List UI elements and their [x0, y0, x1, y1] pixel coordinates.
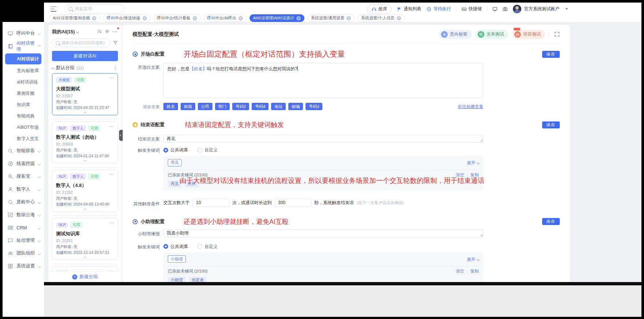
- expand-link[interactable]: 展开: [467, 257, 479, 262]
- sidebar-item[interactable]: CRM: [3, 221, 44, 234]
- resize-handle-icon[interactable]: [480, 234, 482, 236]
- screenshot-icon[interactable]: [503, 7, 508, 12]
- user-avatar[interactable]: [513, 5, 521, 13]
- variable-tag[interactable]: 号码4: [252, 103, 269, 110]
- agent-button[interactable]: 坐席: [367, 4, 392, 14]
- resize-handle-icon[interactable]: [480, 139, 482, 142]
- sidebar-item[interactable]: 质检中心: [3, 196, 44, 209]
- sidebar-item[interactable]: 系统设置: [3, 260, 44, 273]
- close-icon[interactable]: ×: [238, 16, 243, 20]
- call-duration-input[interactable]: [275, 199, 311, 207]
- custom-radio[interactable]: 自定义: [197, 147, 218, 153]
- variable-tag[interactable]: 号码2: [232, 103, 249, 110]
- keyword-chip[interactable]: 小助理: [168, 277, 186, 282]
- save-button[interactable]: 保存: [542, 218, 560, 225]
- keyword-tag[interactable]: 再见: [168, 159, 182, 166]
- card-expand-icon[interactable]: [56, 159, 114, 162]
- ai-panel-title[interactable]: 我的AI(15): [52, 29, 75, 35]
- fullscreen-icon[interactable]: [554, 31, 560, 37]
- menu-search-input[interactable]: 搜索菜单: [64, 4, 124, 14]
- chevron-down-icon[interactable]: [565, 8, 568, 10]
- close-icon[interactable]: ×: [143, 16, 147, 20]
- tab-item[interactable]: 系统设置/个人信息×: [358, 14, 405, 22]
- expand-link[interactable]: 展开: [467, 160, 479, 166]
- waiting-exec-button[interactable]: 等待执行: [426, 6, 451, 12]
- tab-item[interactable]: AI对话管理/案例音频×: [49, 14, 100, 22]
- card-menu-icon[interactable]: ···: [109, 124, 114, 128]
- save-button[interactable]: 保存: [542, 121, 560, 128]
- sidebar-subitem[interactable]: ai对话训练: [3, 76, 44, 88]
- variable-tag[interactable]: 地址: [271, 103, 286, 110]
- tab-item[interactable]: AI对话管理/AI对话设计×: [249, 14, 304, 22]
- text-test-button[interactable]: 文本测试: [475, 30, 508, 39]
- custom-radio[interactable]: 自定义: [197, 244, 218, 250]
- variable-tag[interactable]: 邮编: [288, 103, 303, 110]
- monitor-tool-icon[interactable]: [492, 7, 497, 12]
- card-menu-icon[interactable]: ···: [109, 76, 114, 80]
- variable-tag[interactable]: 邮箱: [181, 103, 195, 110]
- card-expand-icon[interactable]: [56, 207, 114, 211]
- panel-collapse-handle[interactable]: [119, 130, 123, 141]
- closing-text-input[interactable]: [163, 135, 483, 143]
- sidebar-subitem[interactable]: 意向标签库: [3, 65, 44, 76]
- variable-tag[interactable]: 公司: [198, 103, 212, 110]
- sidebar-subitem[interactable]: 数字人交互: [3, 133, 44, 145]
- close-icon[interactable]: ×: [296, 16, 301, 20]
- sidebar-item[interactable]: AI对话管理: [3, 40, 44, 53]
- group-header[interactable]: 默认分组 (11) ···: [52, 65, 118, 71]
- tab-item[interactable]: 呼叫中台/推送转接×: [103, 14, 150, 22]
- sidebar-subitem[interactable]: 案例音频: [3, 88, 44, 99]
- card-menu-icon[interactable]: ···: [109, 221, 114, 225]
- sidebar-item[interactable]: 线索挖掘: [3, 157, 44, 170]
- interaction-count-input[interactable]: [193, 199, 229, 207]
- collapse-menu-icon[interactable]: [51, 7, 56, 12]
- intent-label-button[interactable]: 意向标签: [439, 30, 472, 39]
- ai-card[interactable]: NLP可用···测试知识库ID: 20251用户标签: 无创建时间: 2023-…: [52, 218, 118, 260]
- sidebar-item[interactable]: 呼叫中台: [3, 27, 44, 40]
- create-variable-link[interactable]: 前往创建变量: [458, 104, 483, 109]
- gear-icon[interactable]: [105, 29, 110, 35]
- sidebar-item[interactable]: 智能获客: [3, 145, 44, 157]
- close-icon[interactable]: ×: [92, 16, 96, 20]
- group-menu-icon[interactable]: ···: [113, 65, 118, 71]
- variable-tag[interactable]: 号码3: [306, 103, 322, 110]
- close-icon[interactable]: ×: [347, 16, 351, 20]
- keyword-chip[interactable]: 你是谁: [189, 277, 207, 282]
- sidebar-subitem[interactable]: 知识库: [3, 99, 44, 110]
- filter-icon[interactable]: [113, 40, 118, 45]
- sidebar-subitem[interactable]: AI对话设计: [5, 53, 41, 64]
- variable-tag[interactable]: 部门: [215, 103, 230, 110]
- tab-item[interactable]: 呼叫中台/统计看板×: [153, 14, 201, 22]
- tab-item[interactable]: 系统设置/通用设置×: [307, 14, 355, 22]
- ai-search-input[interactable]: 搜索话术或ID(回车搜索): [52, 38, 111, 47]
- sidebar-item[interactable]: 数字人: [3, 183, 44, 196]
- card-expand-icon[interactable]: [56, 110, 114, 114]
- card-expand-icon[interactable]: [56, 255, 114, 259]
- assistant-broadcast-input[interactable]: [163, 229, 483, 237]
- public-lexicon-radio[interactable]: 公共词库: [163, 147, 188, 153]
- keyword-tag[interactable]: 小助理: [168, 255, 186, 263]
- sidebar-subitem[interactable]: 智能词典: [3, 110, 44, 122]
- ai-card[interactable]: NLP数字人可用···数字人（4.8）ID: 21292用户标签: 无创建时间:…: [52, 170, 118, 212]
- sidebar-item[interactable]: 搜客宝: [3, 170, 44, 183]
- more-options-icon[interactable]: ···: [112, 29, 118, 34]
- voice-test-button[interactable]: 语音测试: [512, 30, 545, 39]
- account-name[interactable]: 官方系统测试账户: [524, 6, 559, 12]
- sort-icon[interactable]: [97, 29, 102, 35]
- clear-link[interactable]: 清空: [456, 269, 464, 274]
- sidebar-item[interactable]: 短信管理: [3, 234, 44, 247]
- close-icon[interactable]: ×: [397, 16, 401, 20]
- variable-tag[interactable]: 姓名: [163, 103, 178, 110]
- sidebar-subitem[interactable]: AiBOT市场: [3, 122, 44, 133]
- ai-card[interactable]: 大模型可用···大模型测试ID: 21557用户标签: 无创建时间: 2024-…: [52, 73, 118, 115]
- public-lexicon-radio[interactable]: 公共词库: [163, 244, 188, 250]
- tab-item[interactable]: 呼叫中台/AI呼出×: [204, 14, 247, 22]
- opening-text-area[interactable]: 您好，您是【姓名】吗？给您打电话是想问下您有什么想对我说的?: [163, 63, 483, 98]
- new-group-button[interactable]: + 新建分组: [48, 271, 122, 282]
- save-button[interactable]: 保存: [542, 51, 560, 58]
- close-icon[interactable]: ×: [193, 16, 197, 20]
- new-ai-button[interactable]: 新建对话AI: [52, 51, 118, 61]
- shortcut-keys-button[interactable]: 快捷键: [462, 6, 482, 12]
- notification-list-button[interactable]: 通知列表: [397, 6, 421, 12]
- sidebar-item[interactable]: 数据公海: [3, 209, 44, 221]
